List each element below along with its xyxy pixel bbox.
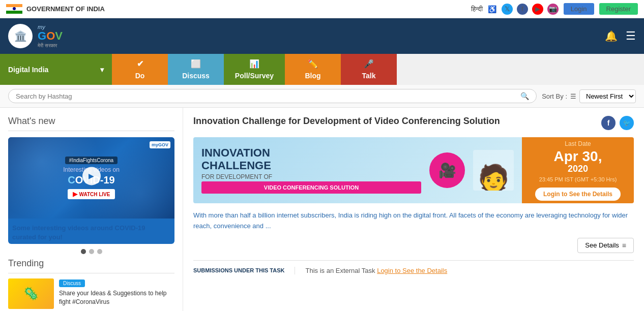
gov-bar: GOVERNMENT OF INDIA हिन्दी ♿ 𝕏 f ▶ 📷 Log…: [0, 0, 644, 18]
challenge-description: With more than half a billion internet s…: [193, 210, 634, 232]
mygov-subtitle: मेरी सरकार: [38, 43, 63, 48]
do-icon: ✔: [137, 59, 143, 69]
digital-india-label: Digital India: [8, 66, 48, 74]
carousel-dot-2[interactable]: [89, 249, 94, 254]
trending-text: Share your Ideas & Suggestions to help f…: [59, 289, 174, 306]
nav-blog[interactable]: ✏️ Blog: [285, 54, 341, 85]
nav-digital-india[interactable]: Digital India ▾: [0, 54, 112, 85]
external-task-label: This is an External Task: [305, 267, 375, 274]
social-icons: 𝕏 f ▶ 📷: [502, 4, 559, 15]
hindi-lang-button[interactable]: हिन्दी: [471, 5, 483, 13]
featured-image: myGOV ▶ #IndiaFightsCorona Interesting v…: [8, 137, 174, 219]
poll-icon: 📊: [249, 59, 259, 69]
banner-right: Last Date Apr 30, 2020 23:45 PM IST (GMT…: [522, 137, 634, 203]
gov-label: GOV: [38, 30, 63, 42]
youtube-icon[interactable]: ▶: [532, 4, 543, 15]
register-button[interactable]: Register: [599, 3, 638, 15]
search-bar: 🔍 Sort By : ☰ Newest First: [0, 85, 644, 108]
banner-challenge-text: CHALLENGE: [201, 159, 421, 172]
see-details-row: See Details ≡: [193, 238, 634, 253]
facebook-icon[interactable]: f: [517, 4, 528, 15]
trending-title: Trending: [8, 258, 174, 269]
nav-poll-survey[interactable]: 📊 Poll/Survey: [224, 54, 285, 85]
nav-do[interactable]: ✔ Do: [112, 54, 168, 85]
last-date-month-day: Apr 30,: [554, 148, 602, 164]
nav-discuss[interactable]: ⬜ Discuss: [168, 54, 224, 85]
instagram-icon[interactable]: 📷: [547, 4, 559, 15]
sort-area: Sort By : ☰ Newest First: [542, 89, 636, 103]
main-content: Innovation Challenge for Development of …: [183, 108, 644, 311]
challenge-header: Innovation Challenge for Development of …: [193, 116, 634, 130]
submissions-label: SUBMISSIONS UNDER THIS TASK: [193, 267, 295, 274]
trending-thumbnail: 🦠: [8, 278, 54, 309]
gov-title: GOVERNMENT OF INDIA: [26, 5, 105, 13]
india-fights-tag: #IndiaFightsCorona: [65, 157, 118, 164]
youtube-mini-icon: ▶: [73, 191, 77, 198]
last-date-year: 2020: [568, 164, 588, 174]
twitter-icon[interactable]: 𝕏: [502, 4, 513, 15]
talk-label: Talk: [362, 72, 376, 80]
main-header: 🏛️ my GOV मेरी सरकार 🔔 ☰: [0, 18, 644, 54]
camera-icon: 🎥: [429, 152, 465, 188]
banner-text: INNOVATION CHALLENGE FOR DEVELOPMENT OF …: [201, 147, 421, 194]
trending-item: 🦠 Discuss Share your Ideas & Suggestions…: [8, 278, 174, 309]
talk-icon: 🎤: [364, 59, 374, 69]
india-flag: [6, 4, 22, 14]
sort-label: Sort By :: [542, 92, 567, 100]
featured-card[interactable]: myGOV ▶ #IndiaFightsCorona Interesting v…: [8, 137, 174, 244]
chevron-down-icon: ▾: [100, 66, 104, 74]
bell-icon[interactable]: 🔔: [605, 30, 618, 42]
poll-label: Poll/Survey: [235, 72, 274, 80]
sort-select[interactable]: Newest First: [579, 89, 636, 103]
submissions-row: SUBMISSIONS UNDER THIS TASK This is an E…: [193, 260, 634, 274]
search-input-wrap: 🔍: [8, 89, 537, 103]
watch-live-label: WATCH LIVE: [79, 192, 110, 197]
blog-icon: ✏️: [308, 59, 318, 69]
see-details-label: See Details: [585, 241, 619, 249]
last-date-time: 23:45 PM IST (GMT +5:30 Hrs): [539, 176, 617, 182]
discuss-label: Discuss: [182, 72, 210, 80]
accessibility-icon[interactable]: ♿: [488, 5, 496, 13]
sort-icon: ☰: [570, 92, 576, 100]
gov-bar-left: GOVERNMENT OF INDIA: [6, 4, 105, 14]
search-icon[interactable]: 🔍: [520, 92, 529, 100]
discuss-icon: ⬜: [191, 59, 201, 69]
person-illustration: 🧑: [473, 150, 514, 191]
whats-new-title: What's new: [8, 116, 174, 127]
discuss-badge: Discuss: [59, 279, 85, 287]
lines-icon: ≡: [622, 241, 626, 250]
sidebar: What's new myGOV ▶ #IndiaFightsCorona In…: [0, 108, 183, 311]
login-button[interactable]: Login: [564, 3, 594, 15]
logo-area: 🏛️ my GOV मेरी सरकार: [8, 24, 63, 48]
play-button[interactable]: ▶: [82, 167, 101, 185]
carousel-dot-3[interactable]: [97, 249, 102, 254]
do-label: Do: [135, 72, 145, 80]
gov-bar-right: हिन्दी ♿ 𝕏 f ▶ 📷 Login Register: [471, 3, 638, 15]
nav-menu: Digital India ▾ ✔ Do ⬜ Discuss 📊 Poll/Su…: [0, 54, 644, 85]
blog-label: Blog: [305, 72, 320, 80]
share-icons: f 🐦: [601, 116, 634, 130]
emblem-icon: 🏛️: [8, 24, 33, 48]
mygov-logo: my GOV मेरी सरकार: [38, 24, 63, 48]
banner-for: FOR DEVELOPMENT OF: [201, 173, 421, 180]
mygov-badge: myGOV: [150, 141, 170, 148]
search-input[interactable]: [16, 92, 516, 100]
hamburger-icon[interactable]: ☰: [626, 29, 636, 43]
facebook-share-button[interactable]: f: [601, 116, 616, 130]
featured-caption: Some interesting videos around COVID-19 …: [8, 219, 174, 244]
banner-left: INNOVATION CHALLENGE FOR DEVELOPMENT OF …: [193, 137, 522, 203]
banner-video-solution: VIDEO CONFERENCING SOLUTION: [201, 181, 421, 194]
trending-info: Discuss Share your Ideas & Suggestions t…: [59, 278, 174, 306]
last-date-value: Apr 30,: [554, 149, 602, 164]
last-date-label: Last Date: [565, 140, 591, 147]
challenge-banner: INNOVATION CHALLENGE FOR DEVELOPMENT OF …: [193, 137, 634, 203]
carousel-dots: [8, 249, 174, 254]
header-right: 🔔 ☰: [605, 29, 636, 43]
external-login-link[interactable]: Login to See the Details: [377, 267, 447, 274]
carousel-dot-1[interactable]: [81, 249, 86, 254]
see-details-button[interactable]: See Details ≡: [577, 238, 634, 253]
login-to-see-details-button[interactable]: Login to See the Details: [535, 188, 621, 201]
watch-live-button[interactable]: ▶ WATCH LIVE: [68, 189, 115, 199]
twitter-share-button[interactable]: 🐦: [620, 116, 634, 130]
nav-talk[interactable]: 🎤 Talk: [341, 54, 397, 85]
